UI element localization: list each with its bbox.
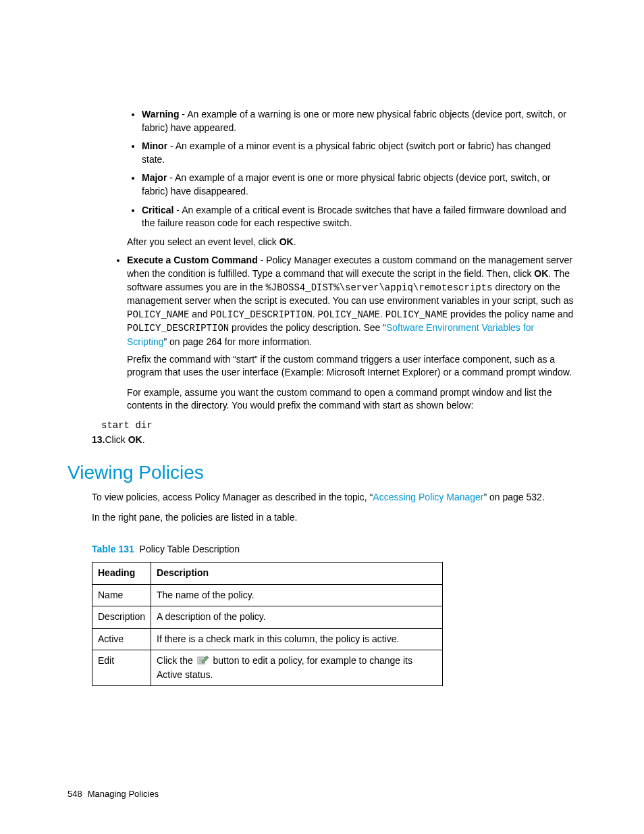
view-paragraph-2: In the right pane, the policies are list…: [92, 511, 576, 525]
severity-item-critical: Critical - An example of a critical even…: [142, 204, 576, 230]
cell-description: Click the button to edit a policy, for e…: [151, 650, 443, 686]
table-header-description: Description: [151, 563, 443, 585]
action-list: Execute a Custom Command - Policy Manage…: [115, 254, 576, 413]
severity-item-minor: Minor - An example of a minor event is a…: [142, 140, 576, 166]
execute-paragraph-1: Execute a Custom Command - Policy Manage…: [127, 254, 576, 348]
table-title: Policy Table Description: [140, 544, 240, 554]
table-row: Name The name of the policy.: [92, 584, 443, 606]
severity-item-major: Major - An example of a major event is o…: [142, 172, 576, 198]
view-paragraph-1: To view policies, access Policy Manager …: [92, 491, 576, 504]
cell-description: If there is a check mark in this column,…: [151, 628, 443, 650]
document-page: Warning - An example of a warning is one…: [0, 0, 644, 727]
cell-heading: Name: [92, 584, 151, 606]
table-row: Description A description of the policy.: [92, 606, 443, 629]
cell-heading: Edit: [92, 650, 151, 686]
continued-content: Warning - An example of a warning is one…: [115, 108, 576, 413]
severity-list: Warning - An example of a warning is one…: [127, 108, 576, 230]
code-start-dir: start dir: [101, 419, 576, 433]
code-var: POLICY_DESCRIPTION: [211, 309, 313, 320]
code-var: POLICY_NAME: [318, 309, 380, 320]
execute-paragraph-2: Prefix the command with “start” if the c…: [127, 353, 576, 380]
code-var: POLICY_NAME: [127, 309, 189, 320]
heading-viewing-policies: Viewing Policies: [68, 459, 576, 486]
step-number: 13.: [92, 434, 105, 447]
page-number: 548: [68, 789, 82, 799]
event-levels-wrapper: Warning - An example of a warning is one…: [127, 108, 576, 249]
severity-item-warning: Warning - An example of a warning is one…: [142, 108, 576, 134]
section-body: To view policies, access Policy Manager …: [92, 491, 576, 686]
code-var: POLICY_DESCRIPTION: [127, 323, 229, 334]
footer-title: Managing Policies: [88, 789, 159, 799]
cell-description: The name of the policy.: [151, 584, 443, 606]
link-accessing-policy-manager[interactable]: Accessing Policy Manager: [373, 492, 483, 502]
page-footer: 548Managing Policies: [68, 788, 159, 800]
cell-heading: Description: [92, 606, 151, 629]
cell-heading: Active: [92, 628, 151, 650]
outer-bullet-context: Warning - An example of a warning is one…: [115, 108, 576, 249]
execute-custom-command-item: Execute a Custom Command - Policy Manage…: [127, 254, 576, 413]
table-row: Edit Click the button to edit a policy, …: [92, 650, 443, 686]
code-path: %JBOSS4_DIST%\server\appiq\remotescripts: [265, 282, 492, 293]
cell-description: A description of the policy.: [151, 606, 443, 629]
policy-table: Heading Description Name The name of the…: [92, 562, 443, 686]
table-caption: Table 131 Policy Table Description: [92, 543, 576, 556]
step-13: 13.Click OK.: [92, 434, 576, 447]
table-number: Table 131: [92, 544, 134, 554]
execute-paragraph-3: For example, assume you want the custom …: [127, 386, 576, 413]
edit-icon: [197, 655, 209, 669]
table-header-heading: Heading: [92, 563, 151, 585]
table-row: Active If there is a check mark in this …: [92, 628, 443, 650]
table-header-row: Heading Description: [92, 563, 443, 585]
code-var: POLICY_NAME: [385, 309, 448, 320]
after-select-text: After you select an event level, click O…: [127, 236, 576, 249]
